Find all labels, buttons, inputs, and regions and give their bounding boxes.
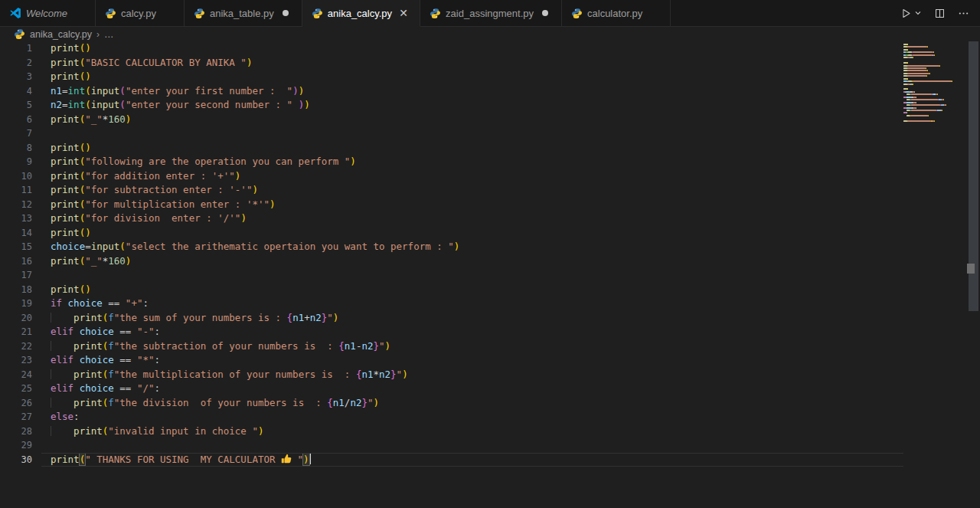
tab-label: zaid_assingment.py [446, 8, 534, 19]
code-line-text: print() [51, 141, 91, 156]
tab-bar: Welcomecalcy.pyanika_table.pyanika_calcy… [0, 0, 980, 27]
line-number: 17 [0, 268, 32, 283]
code-line-text: print("_"*160) [51, 113, 131, 127]
code-line[interactable]: 29 [0, 438, 903, 453]
code-line[interactable]: 16print("_"*160) [0, 254, 903, 269]
run-dropdown-button[interactable] [914, 9, 922, 17]
line-number: 1 [0, 41, 32, 56]
code-line[interactable]: 1print() [0, 41, 903, 56]
line-number: 11 [0, 183, 32, 198]
code-line[interactable]: 13print("for division enter : '/'") [0, 211, 903, 226]
editor: 1print()2print("BASIC CALCULATOR BY ANIK… [0, 41, 980, 508]
code-line-text: print("_"*160) [51, 254, 131, 269]
code-line-text: print("for division enter : '/'") [51, 211, 247, 226]
vscode-logo-icon [9, 7, 21, 19]
code-line[interactable]: 27else: [0, 410, 903, 424]
line-number: 8 [0, 141, 32, 156]
code-line[interactable]: 22 print(f"the subtraction of your numbe… [0, 339, 903, 354]
line-number: 15 [0, 240, 32, 254]
line-number: 16 [0, 254, 32, 269]
tab-label: anika_calcy.py [328, 8, 392, 19]
line-number: 2 [0, 56, 32, 70]
thumbs-up-emoji [281, 454, 292, 465]
modified-dot-icon[interactable] [538, 6, 552, 20]
tabs: Welcomecalcy.pyanika_table.pyanika_calcy… [0, 0, 671, 27]
code-line[interactable]: 18print() [0, 283, 903, 297]
code-line-text: elif choice == "-": [51, 325, 160, 339]
line-number: 26 [0, 396, 32, 411]
tab-label: calcy.py [121, 8, 156, 19]
code-line[interactable]: 15choice=input("select the arithematic o… [0, 240, 903, 254]
code-line-text: print() [51, 283, 91, 297]
line-number: 14 [0, 226, 32, 241]
tab-anika_table-py[interactable]: anika_table.py [185, 0, 302, 27]
line-number: 20 [0, 311, 32, 326]
code-line-text: print("invalid input in choice ") [51, 424, 263, 439]
tab-label: anika_table.py [210, 8, 274, 19]
overview-cursor-marker [967, 264, 975, 274]
line-number: 3 [0, 70, 32, 84]
breadcrumb-separator: › [96, 29, 100, 40]
code-line[interactable]: 9print("following are the operation you … [0, 155, 903, 169]
code-line-text: print("following are the operation you c… [51, 155, 356, 169]
code-area[interactable]: 1print()2print("BASIC CALCULATOR BY ANIK… [0, 41, 903, 467]
breadcrumb: anika_calcy.py › … [0, 27, 980, 41]
line-number: 30 [0, 453, 32, 467]
code-line[interactable]: 20 print(f"the sum of your numbers is : … [0, 311, 903, 326]
tab-label: Welcome [26, 8, 67, 19]
code-line[interactable]: 7 [0, 126, 903, 141]
code-line[interactable]: 24 print(f"the multiplication of your nu… [0, 368, 903, 382]
code-line[interactable]: 10print("for addition enter : '+'") [0, 169, 903, 184]
code-line-text: else: [51, 410, 80, 424]
modified-dot-icon[interactable] [279, 6, 292, 20]
code-line-text: elif choice == "/": [51, 382, 160, 396]
line-number: 28 [0, 424, 32, 439]
minimap-line [903, 120, 966, 122]
python-icon [430, 8, 441, 19]
code-line[interactable]: 28 print("invalid input in choice ") [0, 424, 903, 439]
code-line[interactable]: 25elif choice == "/": [0, 382, 903, 396]
code-line[interactable]: 3print() [0, 70, 903, 84]
line-number: 4 [0, 84, 32, 99]
code-line[interactable]: 4n1=int(input("enter your first number :… [0, 84, 903, 99]
ellipsis-icon [958, 8, 969, 19]
python-icon [14, 28, 25, 40]
code-line[interactable]: 6print("_"*160) [0, 113, 903, 127]
tab-calculator-py[interactable]: calculator.py [562, 0, 671, 27]
code-line[interactable]: 17 [0, 268, 903, 283]
breadcrumb-file[interactable]: anika_calcy.py [30, 29, 92, 40]
code-line[interactable]: 2print("BASIC CALCULATOR BY ANIKA ") [0, 56, 903, 70]
code-line[interactable]: 12print("for multiplication enter : '*'"… [0, 198, 903, 212]
split-editor-icon [934, 8, 946, 19]
line-number: 21 [0, 325, 32, 339]
code-line[interactable]: 8print() [0, 141, 903, 156]
line-number: 5 [0, 98, 32, 113]
minimap[interactable] [903, 43, 966, 122]
run-button[interactable] [900, 8, 912, 19]
close-icon[interactable]: ✕ [397, 6, 410, 20]
code-line-text: print("for subtraction enter : '-'") [51, 183, 258, 198]
code-line[interactable]: 23elif choice == "*": [0, 353, 903, 368]
code-line-text: n1=int(input("enter your first number : … [51, 84, 304, 99]
tab-anika_calcy-py[interactable]: anika_calcy.py✕ [302, 0, 420, 27]
editor-actions [890, 0, 980, 27]
split-editor-button[interactable] [934, 8, 946, 19]
play-icon [900, 8, 912, 19]
code-line[interactable]: 21elif choice == "-": [0, 325, 903, 339]
code-line-text: print("for addition enter : '+'") [51, 169, 240, 184]
code-line[interactable]: 5n2=int(input("enter your second number … [0, 98, 903, 113]
code-line[interactable]: 19if choice == "+": [0, 297, 903, 311]
code-line[interactable]: 14print() [0, 226, 903, 241]
tab-Welcome[interactable]: Welcome [0, 0, 96, 27]
code-line[interactable]: 11print("for subtraction enter : '-'") [0, 183, 903, 198]
breadcrumb-more[interactable]: … [104, 29, 114, 40]
line-number: 10 [0, 169, 32, 184]
code-line-text: print(f"the subtraction of your numbers … [51, 339, 390, 354]
code-line[interactable]: 26 print(f"the division of your numbers … [0, 396, 903, 411]
code-line[interactable]: 30print(" THANKS FOR USING MY CALCULATOR… [0, 453, 903, 467]
code-line-text: if choice == "+": [51, 297, 149, 311]
tab-zaid_assingment-py[interactable]: zaid_assingment.py [420, 0, 562, 27]
more-actions-button[interactable] [958, 8, 969, 19]
tab-spacer [647, 6, 661, 20]
tab-calcy-py[interactable]: calcy.py [96, 0, 185, 27]
